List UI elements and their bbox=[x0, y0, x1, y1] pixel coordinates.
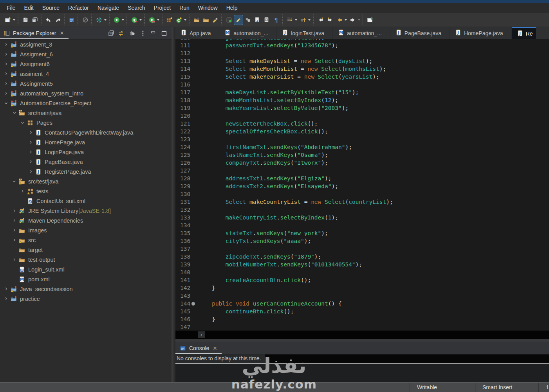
menu-help[interactable]: Help bbox=[222, 3, 242, 13]
tree-item-target[interactable]: target bbox=[0, 245, 170, 255]
package-explorer-tab[interactable]: Package Explorer ✕ bbox=[0, 27, 69, 39]
tree-item-pages[interactable]: Pages bbox=[0, 118, 170, 128]
dropdown-caret-icon[interactable] bbox=[13, 19, 15, 21]
dropdown-caret-icon[interactable] bbox=[295, 19, 297, 21]
dropdown-caret-icon[interactable] bbox=[157, 19, 159, 21]
chevron-down-icon[interactable] bbox=[11, 178, 17, 184]
chevron-down-icon[interactable] bbox=[11, 110, 17, 116]
tree-item-pom-xml[interactable]: Mpom.xml bbox=[0, 274, 170, 284]
editor-tab-pagebase-java[interactable]: JPageBase.java bbox=[390, 27, 450, 39]
chevron-none[interactable] bbox=[20, 198, 25, 204]
new-class-icon[interactable]: C bbox=[175, 15, 183, 25]
next-annotation-icon[interactable] bbox=[253, 15, 262, 25]
next-edit-icon[interactable] bbox=[285, 15, 294, 25]
maximize-icon[interactable] bbox=[161, 30, 168, 37]
tree-item-contactuspagewithdirectway-java[interactable]: JContactUsPageWithDirectWay.java bbox=[0, 128, 170, 137]
chevron-right-icon[interactable] bbox=[3, 71, 9, 77]
menu-window[interactable]: Window bbox=[194, 3, 222, 13]
new-wizard-icon[interactable] bbox=[4, 15, 12, 25]
console-view-icon[interactable] bbox=[67, 15, 76, 25]
minimize-icon[interactable] bbox=[150, 30, 157, 37]
chevron-right-icon[interactable] bbox=[3, 51, 9, 57]
last-edit-location-icon[interactable] bbox=[225, 15, 233, 25]
editor-tab-automation-[interactable]: Mautomation_... bbox=[219, 27, 277, 39]
dropdown-caret-icon[interactable] bbox=[122, 19, 124, 21]
dropdown-caret-icon[interactable] bbox=[345, 19, 347, 21]
chevron-right-icon[interactable] bbox=[28, 169, 34, 174]
menu-edit[interactable]: Edit bbox=[20, 3, 38, 13]
tree-item-src-test-java[interactable]: src/test/java bbox=[0, 176, 170, 186]
panel-divider[interactable] bbox=[175, 339, 549, 342]
forward-white-icon[interactable] bbox=[349, 15, 357, 25]
forward-history-icon[interactable] bbox=[326, 15, 334, 25]
debug-icon[interactable] bbox=[95, 15, 103, 25]
console-tab[interactable]: Console ✕ bbox=[175, 342, 222, 354]
tree-item-assingment5[interactable]: JAssingment5 bbox=[0, 79, 170, 88]
chevron-right-icon[interactable] bbox=[3, 90, 9, 96]
type-hierarchy-icon[interactable] bbox=[244, 15, 252, 25]
menu-file[interactable]: File bbox=[2, 3, 20, 13]
code-editor[interactable]: 110 genderFemaleRadioBtn.click();111 pas… bbox=[175, 39, 549, 331]
coverage-icon[interactable] bbox=[148, 15, 156, 25]
menu-search[interactable]: Search bbox=[123, 3, 149, 13]
dropdown-caret-icon[interactable] bbox=[308, 19, 311, 21]
dropdown-caret-icon[interactable] bbox=[139, 19, 142, 21]
tree-item-login-suit-xml[interactable]: XLogin_suit.xml bbox=[0, 264, 170, 274]
tree-item-assiment-4[interactable]: Jassiment_4 bbox=[0, 69, 170, 79]
tree-item-tests[interactable]: tests bbox=[0, 186, 170, 196]
chevron-right-icon[interactable] bbox=[11, 208, 17, 214]
chevron-none[interactable] bbox=[11, 247, 17, 253]
tree-item-src-main-java[interactable]: src/main/java bbox=[0, 108, 170, 118]
redo-arrow-icon[interactable] bbox=[54, 15, 62, 25]
tree-item-registerpage-java[interactable]: JRegisterPage.java bbox=[0, 167, 170, 176]
close-icon[interactable]: ✕ bbox=[60, 30, 64, 36]
back-history-icon[interactable] bbox=[316, 15, 325, 25]
editor-tab-automation-[interactable]: Mautomation_... bbox=[333, 27, 390, 39]
open-type-icon[interactable] bbox=[192, 15, 201, 25]
tree-item-src[interactable]: src bbox=[0, 235, 170, 245]
save-all-icon[interactable] bbox=[31, 15, 39, 25]
menu-source[interactable]: Source bbox=[38, 3, 64, 13]
skip-breakpoints-icon[interactable] bbox=[81, 15, 90, 25]
chevron-right-icon[interactable] bbox=[28, 139, 34, 145]
chevron-right-icon[interactable] bbox=[11, 257, 17, 263]
tree-item-pagebase-java[interactable]: JPageBase.java bbox=[0, 157, 170, 167]
dropdown-caret-icon[interactable] bbox=[358, 19, 360, 21]
close-icon[interactable]: ✕ bbox=[213, 345, 217, 351]
chevron-down-icon[interactable] bbox=[3, 100, 9, 106]
new-java-project-icon[interactable] bbox=[165, 15, 174, 25]
chevron-right-icon[interactable] bbox=[3, 81, 9, 86]
menu-project[interactable]: Project bbox=[150, 3, 175, 13]
previous-edit-icon[interactable] bbox=[299, 15, 307, 25]
menu-run[interactable]: Run bbox=[175, 3, 194, 13]
chevron-right-icon[interactable] bbox=[11, 227, 17, 233]
dropdown-caret-icon[interactable] bbox=[104, 19, 107, 21]
chevron-none[interactable] bbox=[11, 266, 17, 272]
chevron-right-icon[interactable] bbox=[3, 41, 9, 47]
chevron-right-icon[interactable] bbox=[28, 149, 34, 155]
chevron-right-icon[interactable] bbox=[3, 61, 9, 67]
tree-item-practice[interactable]: Jpractice bbox=[0, 294, 170, 304]
run-configurations-icon[interactable] bbox=[130, 15, 139, 25]
dropdown-caret-icon[interactable] bbox=[184, 19, 186, 21]
chevron-right-icon[interactable] bbox=[28, 129, 34, 135]
tree-item-jre-system-library[interactable]: JRE System Library [JavaSE-1.8] bbox=[0, 206, 170, 216]
save-icon[interactable] bbox=[21, 15, 30, 25]
tree-item-automation-system-intro[interactable]: JMautomation_system_intro bbox=[0, 88, 170, 98]
editor-tab-logintest-java[interactable]: JloginTest.java bbox=[277, 27, 333, 39]
pin-editor-icon[interactable] bbox=[366, 15, 374, 25]
search-flashlight-icon[interactable] bbox=[211, 15, 220, 25]
editor-tab-app-java[interactable]: JApp.java bbox=[175, 27, 219, 39]
tree-item-maven-dependencies[interactable]: Maven Dependencies bbox=[0, 216, 170, 225]
menu-refactor[interactable]: Refactor bbox=[64, 3, 93, 13]
tree-item-assigment-3[interactable]: Jassigment_3 bbox=[0, 40, 170, 49]
tree-item-loginpage-java[interactable]: JLoginPage.java bbox=[0, 147, 170, 157]
back-gold-icon[interactable] bbox=[335, 15, 344, 25]
mark-occurrences-icon[interactable] bbox=[234, 15, 243, 25]
tree-item-images[interactable]: Images bbox=[0, 225, 170, 235]
editor-tab-homepage-java[interactable]: JHomePage.java bbox=[450, 27, 512, 39]
chevron-none[interactable] bbox=[11, 276, 17, 282]
scroll-left-icon[interactable]: ‹ bbox=[198, 331, 205, 338]
tree-item-test-output[interactable]: test-output bbox=[0, 255, 170, 264]
tree-item-assigment-6[interactable]: JAssigment_6 bbox=[0, 49, 170, 59]
